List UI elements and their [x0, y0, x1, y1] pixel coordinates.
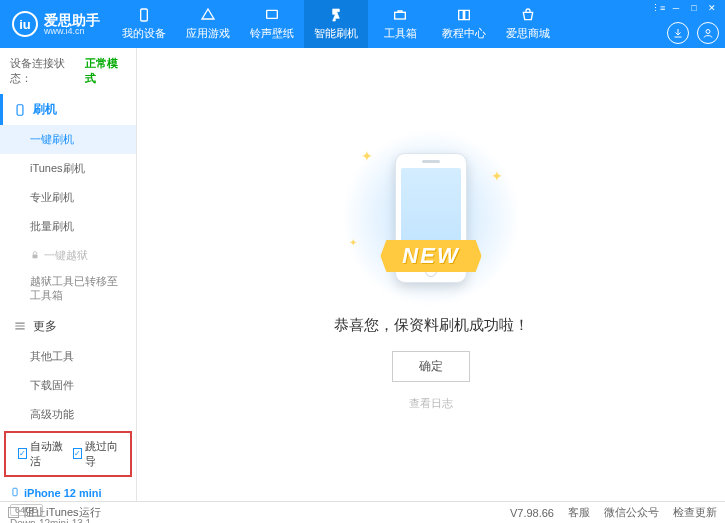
view-log-link[interactable]: 查看日志 — [409, 396, 453, 411]
checkbox-auto-activate[interactable]: ✓ 自动激活 — [18, 439, 63, 469]
nav-ringtone-wallpaper[interactable]: 铃声壁纸 — [240, 0, 304, 48]
main-nav: 我的设备 应用游戏 铃声壁纸 智能刷机 工具箱 教程中心 爱思商城 — [112, 0, 560, 48]
checkbox-block-itunes[interactable] — [8, 507, 19, 518]
sidebar-item-batch-flash[interactable]: 批量刷机 — [0, 212, 136, 241]
sidebar-item-itunes-flash[interactable]: iTunes刷机 — [0, 154, 136, 183]
toolbox-icon — [392, 7, 408, 23]
svg-point-3 — [706, 30, 710, 34]
jailbreak-note: 越狱工具已转移至工具箱 — [0, 270, 136, 311]
checkbox-skip-guide[interactable]: ✓ 跳过向导 — [73, 439, 118, 469]
ok-button[interactable]: 确定 — [392, 351, 470, 382]
sidebar: 设备连接状态： 正常模式 刷机 一键刷机 iTunes刷机 专业刷机 批量刷机 … — [0, 48, 137, 501]
titlebar-controls: ⋮≡ ─ □ ✕ — [651, 3, 719, 13]
nav-label: 工具箱 — [384, 26, 417, 41]
nav-label: 智能刷机 — [314, 26, 358, 41]
nav-label: 教程中心 — [442, 26, 486, 41]
header-right — [667, 22, 719, 44]
download-button[interactable] — [667, 22, 689, 44]
sidebar-item-advanced[interactable]: 高级功能 — [0, 400, 136, 429]
app-header: iu 爱思助手 www.i4.cn 我的设备 应用游戏 铃声壁纸 智能刷机 工具… — [0, 0, 725, 48]
wallpaper-icon — [264, 7, 280, 23]
main-content: ✦ ✦ ✦ NEW 恭喜您，保资料刷机成功啦！ 确定 查看日志 — [137, 48, 725, 501]
user-button[interactable] — [697, 22, 719, 44]
apps-icon — [200, 7, 216, 23]
checkbox-icon: ✓ — [18, 448, 27, 459]
sidebar-item-jailbreak: 一键越狱 — [0, 241, 136, 270]
nav-label: 铃声壁纸 — [250, 26, 294, 41]
footer-block-itunes-label: 阻止iTunes运行 — [24, 505, 101, 520]
checkbox-icon: ✓ — [73, 448, 82, 459]
nav-toolbox[interactable]: 工具箱 — [368, 0, 432, 48]
sidebar-item-oneclick-flash[interactable]: 一键刷机 — [0, 125, 136, 154]
sidebar-item-other-tools[interactable]: 其他工具 — [0, 342, 136, 371]
svg-rect-6 — [13, 488, 17, 496]
svg-rect-5 — [33, 254, 38, 258]
section-label: 更多 — [33, 318, 57, 335]
nav-my-device[interactable]: 我的设备 — [112, 0, 176, 48]
nav-apps-games[interactable]: 应用游戏 — [176, 0, 240, 48]
app-url: www.i4.cn — [44, 27, 100, 36]
app-logo-icon: iu — [12, 11, 38, 37]
status-value: 正常模式 — [85, 56, 126, 86]
nav-smart-flash[interactable]: 智能刷机 — [304, 0, 368, 48]
success-message: 恭喜您，保资料刷机成功啦！ — [334, 316, 529, 335]
nav-label: 我的设备 — [122, 26, 166, 41]
options-checkboxes: ✓ 自动激活 ✓ 跳过向导 — [4, 431, 132, 477]
sidebar-item-pro-flash[interactable]: 专业刷机 — [0, 183, 136, 212]
version-label: V7.98.66 — [510, 507, 554, 519]
phone-icon — [13, 103, 27, 117]
svg-rect-4 — [17, 104, 23, 115]
sidebar-section-flash[interactable]: 刷机 — [0, 94, 136, 125]
book-icon — [456, 7, 472, 23]
svg-rect-0 — [141, 9, 148, 21]
check-update-link[interactable]: 检查更新 — [673, 505, 717, 520]
nav-tutorials[interactable]: 教程中心 — [432, 0, 496, 48]
status-label: 设备连接状态： — [10, 56, 83, 86]
connection-status: 设备连接状态： 正常模式 — [0, 48, 136, 94]
maximize-button[interactable]: □ — [687, 3, 701, 13]
wechat-link[interactable]: 微信公众号 — [604, 505, 659, 520]
checkbox-label: 跳过向导 — [85, 439, 118, 469]
store-icon — [520, 7, 536, 23]
section-label: 刷机 — [33, 101, 57, 118]
app-title: 爱思助手 — [44, 13, 100, 27]
nav-label: 应用游戏 — [186, 26, 230, 41]
settings-button[interactable]: ⋮≡ — [651, 3, 665, 13]
nav-label: 爱思商城 — [506, 26, 550, 41]
sidebar-section-more[interactable]: 更多 — [0, 311, 136, 342]
flash-icon — [328, 7, 344, 23]
svg-rect-2 — [395, 12, 406, 19]
jailbreak-label: 一键越狱 — [44, 248, 88, 263]
support-link[interactable]: 客服 — [568, 505, 590, 520]
device-name: iPhone 12 mini — [24, 487, 102, 499]
close-button[interactable]: ✕ — [705, 3, 719, 13]
success-illustration: ✦ ✦ ✦ NEW — [341, 138, 521, 298]
device-icon — [136, 7, 152, 23]
device-name-row[interactable]: iPhone 12 mini — [10, 485, 126, 501]
menu-icon — [13, 319, 27, 333]
svg-rect-1 — [267, 10, 278, 18]
lock-icon — [30, 250, 40, 262]
checkbox-label: 自动激活 — [30, 439, 63, 469]
minimize-button[interactable]: ─ — [669, 3, 683, 13]
sidebar-item-download-firmware[interactable]: 下载固件 — [0, 371, 136, 400]
nav-store[interactable]: 爱思商城 — [496, 0, 560, 48]
device-icon — [10, 485, 20, 501]
new-ribbon: NEW — [380, 240, 481, 272]
logo-area: iu 爱思助手 www.i4.cn — [6, 11, 106, 37]
